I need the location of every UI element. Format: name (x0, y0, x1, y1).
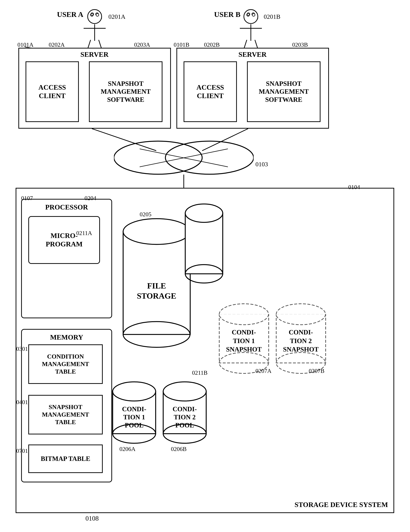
svg-text:POOL: POOL (175, 422, 194, 429)
ref-0203b: 0203B (292, 41, 308, 48)
svg-text:SNAPSHOT: SNAPSHOT (283, 346, 319, 353)
memory-label: MEMORY (22, 332, 111, 343)
svg-point-61 (163, 382, 206, 401)
condition-mgmt-table-box: CONDITIONMANAGEMENTTABLE (28, 344, 103, 384)
processor-label: PROCESSOR (22, 202, 111, 213)
server-a-box: SERVER ACCESSCLIENT SNAPSHOTMANAGEMENTSO… (18, 48, 171, 129)
bitmap-table-box: BITMAP TABLE (28, 445, 103, 473)
microprogram-label: MICRO-PROGRAM (29, 217, 99, 263)
condition-mgmt-label: CONDITIONMANAGEMENTTABLE (29, 345, 102, 383)
user-a-label: USER A (57, 10, 83, 19)
ref-0101a: 0101A (18, 41, 33, 48)
ref-0207b: 0207B (309, 368, 324, 374)
ref-0301: 0301 (16, 345, 28, 352)
condition1-pool-cylinder: CONDI- TION 1 POOL (111, 380, 157, 445)
microprogram-box: MICRO-PROGRAM (28, 216, 100, 264)
processor-box: PROCESSOR MICRO-PROGRAM (21, 199, 112, 318)
ref-0207a: 0207A (256, 368, 271, 374)
user-a-ref: 0201A (108, 13, 125, 20)
svg-point-43 (219, 304, 268, 325)
diagram: USER A 0201A USER B 0201B 0101A 0202A 02… (0, 0, 410, 532)
ref-0701: 0701 (16, 447, 28, 454)
svg-text:CONDI-: CONDI- (172, 405, 197, 413)
condition2-pool-cylinder: CONDI- TION 2 POOL (162, 380, 208, 445)
svg-text:TION 1: TION 1 (123, 413, 145, 421)
svg-point-55 (113, 382, 156, 401)
snapshot-soft-a-label: SNAPSHOTMANAGEMENTSOFTWARE (90, 62, 162, 121)
condition2-snapshot-cylinder: CONDI- TION 2 SNAPSHOT (275, 302, 327, 375)
bitmap-label: BITMAP TABLE (29, 445, 102, 472)
svg-point-35 (123, 219, 190, 244)
ref-0205: 0205 (140, 211, 152, 218)
ref-0206a: 0206A (119, 446, 135, 452)
svg-text:FILE: FILE (147, 281, 166, 290)
access-client-b-box: ACCESSCLIENT (184, 61, 237, 122)
snapshot-soft-b-box: SNAPSHOTMANAGEMENTSOFTWARE (247, 61, 321, 122)
network-cloud (114, 140, 254, 175)
memory-box: MEMORY CONDITIONMANAGEMENTTABLE SNAPSHOT… (21, 329, 112, 482)
svg-text:POOL: POOL (125, 422, 143, 429)
user-b-ref: 0201B (264, 13, 280, 20)
user-b-label: USER B (214, 10, 240, 19)
ref-0108: 0108 (86, 514, 99, 522)
extra-cylinder-1 (184, 202, 224, 287)
svg-point-30 (114, 141, 202, 174)
svg-text:TION 2: TION 2 (174, 413, 196, 421)
user-b-head (244, 9, 258, 24)
server-a-label: SERVER (67, 49, 122, 59)
file-storage-cylinder: FILE STORAGE (121, 217, 192, 349)
svg-point-40 (185, 204, 223, 222)
ref-0103: 0103 (256, 161, 268, 168)
ref-0204: 0204 (85, 195, 96, 202)
ref-0211b: 0211B (192, 369, 208, 376)
storage-system-label: STORAGE DEVICE SYSTEM (295, 501, 388, 509)
svg-point-31 (165, 141, 254, 174)
svg-text:CONDI-: CONDI- (122, 405, 146, 413)
snapshot-soft-b-label: SNAPSHOTMANAGEMENTSOFTWARE (248, 62, 320, 121)
svg-text:CONDI-: CONDI- (232, 329, 256, 336)
ref-0211a: 0211A (76, 230, 92, 237)
ref-0401: 0401 (16, 399, 28, 406)
snapshot-mgmt-label: SNAPSHOTMANAGEMENTTABLE (29, 396, 102, 434)
svg-point-49 (276, 304, 325, 325)
svg-text:SNAPSHOT: SNAPSHOT (226, 346, 262, 353)
snapshot-soft-a-box: SNAPSHOTMANAGEMENTSOFTWARE (89, 61, 162, 122)
snapshot-mgmt-table-box: SNAPSHOTMANAGEMENTTABLE (28, 395, 103, 434)
server-b-label: SERVER (225, 49, 280, 59)
ref-0206b: 0206B (171, 446, 187, 452)
server-b-box: SERVER ACCESSCLIENT SNAPSHOTMANAGEMENTSO… (176, 48, 329, 129)
ref-0104: 0104 (348, 184, 360, 190)
condition1-snapshot-cylinder: CONDI- TION 1 SNAPSHOT (218, 302, 270, 375)
access-client-a-box: ACCESSCLIENT (26, 61, 79, 122)
svg-text:TION 1: TION 1 (233, 337, 255, 345)
ref-0202a: 0202A (49, 41, 65, 48)
ref-0202b: 0202B (204, 41, 219, 48)
ref-0107: 0107 (21, 195, 33, 202)
user-a-head (87, 9, 102, 24)
access-client-a-label: ACCESSCLIENT (26, 62, 78, 121)
svg-text:STORAGE: STORAGE (137, 291, 176, 300)
ref-0101b: 0101B (174, 41, 189, 48)
access-client-b-label: ACCESSCLIENT (184, 62, 236, 121)
svg-text:CONDI-: CONDI- (289, 329, 313, 336)
svg-text:TION 2: TION 2 (290, 337, 312, 345)
ref-0203a: 0203A (134, 41, 150, 48)
